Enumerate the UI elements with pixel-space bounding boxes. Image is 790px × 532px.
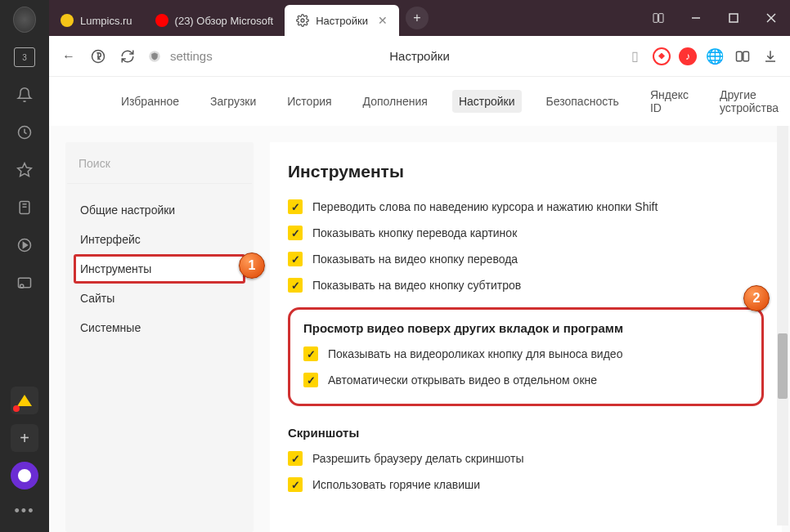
setting-row: ✓Показывать на видеороликах кнопку для в… (303, 346, 748, 361)
annotation-marker-1: 1 (239, 253, 265, 279)
setting-label: Показывать на видео кнопку субтитров (312, 279, 521, 292)
checkbox[interactable]: ✓ (288, 278, 303, 293)
side-panel-icon[interactable] (640, 0, 677, 36)
setting-row: ✓Переводить слова по наведению курсора и… (288, 199, 764, 214)
extensions-icon[interactable] (733, 47, 752, 66)
home-button[interactable]: 3 (13, 46, 36, 69)
nav-other-devices[interactable]: Другие устройства (713, 83, 790, 119)
yandex-icon[interactable] (88, 47, 108, 66)
window-controls (640, 0, 790, 36)
main-content: Поиск Общие настройки Интерфейс Инструме… (49, 126, 790, 532)
checkbox[interactable]: ✓ (288, 199, 303, 214)
svg-rect-11 (729, 14, 738, 22)
setting-row: ✓Показывать на видео кнопку субтитров (288, 278, 764, 293)
setting-label: Переводить слова по наведению курсора и … (312, 200, 658, 213)
download-icon[interactable] (761, 47, 780, 66)
globe-icon[interactable]: 🌐 (705, 47, 725, 66)
play-circle-icon[interactable] (13, 234, 36, 257)
alice-icon[interactable] (11, 462, 38, 490)
setting-row: ✓Автоматически открывать видео в отдельн… (303, 373, 748, 387)
setting-label: Показывать кнопку перевода картинок (312, 226, 517, 239)
url-text: settings (170, 49, 213, 63)
svg-rect-2 (20, 202, 29, 214)
svg-rect-17 (743, 51, 749, 61)
scrollbar-track (777, 126, 788, 525)
checkbox[interactable]: ✓ (288, 477, 303, 492)
maximize-button[interactable] (715, 0, 752, 36)
address-input[interactable]: settings (147, 49, 615, 64)
tab-lumpics[interactable]: Lumpics.ru (49, 5, 144, 36)
nav-favorites[interactable]: Избранное (114, 90, 186, 113)
back-button[interactable]: ← (59, 47, 79, 66)
bookmark-icon[interactable] (13, 196, 36, 219)
setting-row: ✓Показывать на видео кнопку перевода (288, 252, 764, 266)
settings-sidebar: Поиск Общие настройки Интерфейс Инструме… (65, 142, 254, 532)
sidebar-item-tools[interactable]: Инструменты 1 (74, 254, 245, 284)
nav-settings[interactable]: Настройки (452, 90, 522, 113)
avatar[interactable] (13, 8, 36, 31)
sidebar-item-sites[interactable]: Сайты (74, 284, 245, 313)
app-sidebar: 3 + ••• (0, 0, 49, 532)
sidebar-item-interface[interactable]: Интерфейс (74, 225, 245, 254)
close-window-button[interactable] (752, 0, 790, 36)
shield-icon (147, 49, 162, 64)
section-title: Инструменты (288, 162, 764, 181)
setting-label: Показывать на видео кнопку перевода (312, 253, 518, 266)
sidebar-item-system[interactable]: Системные (74, 313, 245, 342)
sidebar-item-general[interactable]: Общие настройки (74, 195, 245, 225)
bookmark-flag-icon[interactable]: ▯ (625, 47, 644, 66)
tab-label: (23) Обзор Microsoft (175, 15, 274, 27)
nav-yandex-id[interactable]: Яндекс ID (644, 83, 695, 119)
svg-marker-1 (18, 163, 32, 177)
youtube-icon (155, 14, 168, 27)
setting-label: Показывать на видеороликах кнопку для вы… (328, 347, 622, 360)
checkbox[interactable]: ✓ (288, 451, 303, 466)
gear-icon (296, 14, 309, 27)
settings-content: Инструменты ✓Переводить слова по наведен… (270, 142, 782, 532)
addressbar: ← settings Настройки ▯ ♪ 🌐 (49, 36, 790, 77)
clock-icon[interactable] (13, 121, 36, 144)
add-button[interactable]: + (11, 424, 38, 452)
mail-badge[interactable] (11, 387, 38, 414)
subsection-title: Скриншоты (288, 426, 764, 440)
checkbox[interactable]: ✓ (303, 373, 318, 387)
nav-addons[interactable]: Дополнения (357, 90, 434, 113)
nav-security[interactable]: Безопасность (540, 90, 626, 113)
screenshot-icon[interactable] (13, 271, 36, 294)
star-icon[interactable] (13, 159, 36, 181)
checkbox[interactable]: ✓ (288, 226, 303, 240)
minimize-button[interactable] (677, 0, 715, 36)
more-icon[interactable]: ••• (13, 499, 36, 522)
video-section: 2 Просмотр видео поверх других вкладок и… (288, 307, 764, 406)
nav-history[interactable]: История (281, 90, 338, 113)
svg-marker-4 (23, 243, 27, 248)
svg-point-6 (20, 284, 24, 288)
setting-row: ✓Показывать кнопку перевода картинок (288, 226, 764, 240)
reload-button[interactable] (118, 47, 137, 66)
nav-downloads[interactable]: Загрузки (204, 90, 263, 113)
page-title: Настройки (389, 49, 450, 63)
close-icon[interactable]: ✕ (378, 14, 388, 27)
checkbox[interactable]: ✓ (288, 252, 303, 266)
tab-youtube[interactable]: (23) Обзор Microsoft (144, 5, 285, 36)
music-icon[interactable]: ♪ (679, 47, 697, 65)
sidebar-item-label: Инструменты (80, 262, 151, 275)
checkbox[interactable]: ✓ (303, 346, 318, 361)
tab-label: Настройки (316, 15, 368, 27)
svg-rect-8 (653, 14, 658, 23)
setting-label: Разрешить браузеру делать скриншоты (312, 452, 524, 465)
tab-label: Lumpics.ru (80, 15, 132, 27)
adblock-icon[interactable] (653, 47, 671, 65)
setting-label: Использовать горячие клавиши (312, 478, 480, 491)
tab-settings[interactable]: Настройки ✕ (285, 5, 399, 36)
settings-nav: Избранное Загрузки История Дополнения На… (49, 77, 790, 126)
subsection-title: Просмотр видео поверх других вкладок и п… (303, 321, 748, 335)
svg-rect-9 (659, 14, 663, 23)
new-tab-button[interactable]: + (406, 7, 429, 29)
bell-icon[interactable] (13, 83, 36, 106)
search-input[interactable]: Поиск (67, 144, 252, 184)
svg-rect-16 (737, 51, 743, 61)
scrollbar-thumb[interactable] (778, 333, 788, 399)
home-badge-count: 3 (14, 47, 35, 67)
svg-point-7 (301, 19, 304, 22)
